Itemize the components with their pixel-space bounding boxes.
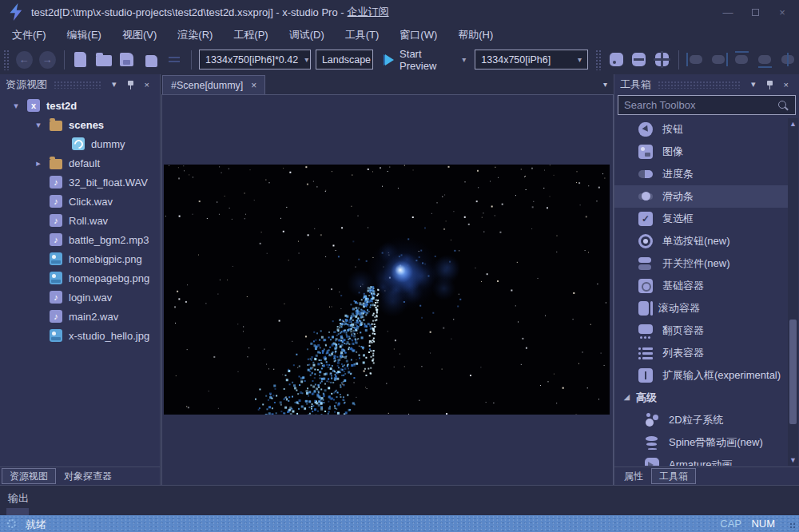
tree-item[interactable]: homebigpic.png bbox=[0, 249, 160, 268]
tree-item[interactable]: 32_bit_float.WAV bbox=[0, 173, 160, 192]
align-center-button[interactable] bbox=[777, 50, 797, 69]
navigate-forward-button[interactable]: → bbox=[39, 51, 56, 69]
toolbox-item[interactable]: ◢ 单选按钮(new) bbox=[614, 230, 788, 252]
toolbox-item[interactable]: ◢ 进度条 bbox=[614, 163, 788, 185]
output-source-tab[interactable] bbox=[6, 508, 29, 515]
menu-item[interactable]: 调试(D) bbox=[279, 24, 335, 45]
save-all-button[interactable] bbox=[141, 50, 159, 70]
align-bottom-button[interactable] bbox=[755, 50, 775, 69]
menu-item[interactable]: 帮助(H) bbox=[447, 24, 503, 45]
panel-tab[interactable]: 工具箱 bbox=[651, 468, 696, 484]
file-type-icon bbox=[50, 329, 62, 342]
toolbox-item[interactable]: ◢ 2D粒子系统 bbox=[614, 409, 788, 431]
tree-item[interactable]: default bbox=[0, 153, 160, 173]
scroll-down-icon[interactable]: ▼ bbox=[788, 455, 798, 466]
expander-icon[interactable] bbox=[5, 101, 27, 111]
toolbox-item-label: 单选按钮(new) bbox=[662, 234, 730, 248]
menu-item[interactable]: 渲染(R) bbox=[167, 24, 223, 45]
search-input[interactable] bbox=[618, 99, 777, 111]
panel-close-icon[interactable]: × bbox=[779, 80, 793, 89]
tree-item[interactable]: test2d bbox=[0, 96, 160, 115]
menu-item[interactable]: 编辑(E) bbox=[57, 24, 112, 45]
panel-drag-texture[interactable] bbox=[54, 81, 101, 89]
close-button[interactable]: × bbox=[769, 0, 796, 24]
design-resolution-select[interactable]: 1334x750[iPh6]*0.42 ▾ bbox=[199, 50, 311, 69]
toolbar-grip[interactable] bbox=[595, 50, 602, 70]
minimize-button[interactable]: — bbox=[714, 0, 741, 24]
tree-item[interactable]: homepagebg.png bbox=[0, 268, 160, 288]
align-center-icon bbox=[781, 55, 794, 64]
resize-grip[interactable] bbox=[789, 522, 797, 530]
toolbox-panel: 工具箱 ▾ × ◢ 按钮 ◢ 图像 bbox=[614, 74, 799, 485]
toolbox-item-label: 图像 bbox=[662, 145, 683, 159]
scene-canvas[interactable] bbox=[164, 165, 610, 415]
menu-item[interactable]: 工程(P) bbox=[223, 24, 278, 45]
maximize-button[interactable] bbox=[741, 0, 769, 24]
toolbox-item[interactable]: ◢ 图像 bbox=[614, 141, 788, 163]
toolbox-item[interactable]: ◢ 高级 bbox=[614, 387, 788, 409]
panel-drag-texture[interactable] bbox=[658, 81, 740, 89]
crosshair-tool-button[interactable] bbox=[653, 50, 671, 69]
toolbox-item[interactable]: ◢ Spine骨骼动画(new) bbox=[614, 431, 788, 454]
subscription-link[interactable]: 企业订阅 bbox=[348, 5, 389, 19]
tree-item[interactable]: dummy bbox=[0, 134, 160, 153]
file-type-icon bbox=[50, 310, 62, 323]
menu-item[interactable]: 窗口(W) bbox=[389, 24, 447, 45]
panel-menu-caret-icon[interactable]: ▾ bbox=[107, 79, 121, 89]
widget-icon bbox=[638, 212, 653, 226]
preview-resolution-select[interactable]: 1334x750[iPh6] ▾ bbox=[475, 50, 588, 69]
toolbox-item[interactable]: ◢ 扩展输入框(experimental) bbox=[614, 364, 788, 387]
tree-item-label: battle_bgm2.mp3 bbox=[69, 234, 149, 246]
new-file-button[interactable] bbox=[71, 50, 89, 70]
orientation-select[interactable]: Landscape ▾ bbox=[316, 50, 373, 69]
start-preview-button[interactable]: Start Preview ▾ bbox=[376, 48, 472, 72]
panel-tab[interactable]: 属性 bbox=[616, 468, 651, 484]
position-tool-button[interactable] bbox=[630, 50, 649, 69]
navigate-back-button[interactable]: ← bbox=[16, 51, 33, 69]
tab-close-icon[interactable]: × bbox=[251, 80, 256, 91]
sync-button[interactable] bbox=[168, 54, 180, 66]
tree-item[interactable]: Roll.wav bbox=[0, 211, 160, 230]
tree-item[interactable]: main2.wav bbox=[0, 307, 160, 326]
panel-tab[interactable]: 对象探查器 bbox=[56, 468, 120, 484]
menu-item[interactable]: 工具(T) bbox=[335, 24, 390, 45]
pin-icon[interactable] bbox=[127, 80, 134, 89]
scene-document-tab[interactable]: #Scene[dummy] × bbox=[162, 75, 265, 94]
align-right-button[interactable] bbox=[709, 50, 729, 69]
menu-item[interactable]: 视图(V) bbox=[112, 24, 167, 45]
toolbox-item[interactable]: ◢ 滑动条 bbox=[614, 185, 788, 208]
toolbar-grip[interactable] bbox=[3, 50, 10, 70]
align-top-button[interactable] bbox=[732, 50, 752, 69]
menu-item[interactable]: 文件(F) bbox=[2, 24, 57, 45]
anchor-tool-button[interactable] bbox=[607, 50, 626, 69]
open-project-button[interactable] bbox=[94, 50, 113, 70]
toolbox-item[interactable]: ◢ 翻页容器 bbox=[614, 320, 788, 342]
expander-icon[interactable] bbox=[27, 158, 50, 169]
scrollbar-thumb[interactable] bbox=[789, 320, 797, 424]
tree-item[interactable]: Click.wav bbox=[0, 192, 160, 211]
scroll-up-icon[interactable]: ▲ bbox=[788, 118, 798, 129]
expander-icon[interactable] bbox=[27, 120, 50, 130]
toolbox-item[interactable]: ◢ 按钮 bbox=[614, 118, 788, 141]
tree-item[interactable]: battle_bgm2.mp3 bbox=[0, 230, 160, 249]
panel-menu-caret-icon[interactable]: ▾ bbox=[746, 79, 761, 89]
widget-icon bbox=[638, 324, 653, 334]
panel-close-icon[interactable]: × bbox=[140, 80, 154, 89]
align-top-icon bbox=[735, 55, 748, 64]
toolbox-item[interactable]: ◢ Armature动画 bbox=[614, 454, 788, 466]
toolbox-item[interactable]: ◢ 基础容器 bbox=[614, 275, 788, 297]
tree-item[interactable]: login.wav bbox=[0, 288, 160, 307]
toolbox-item[interactable]: ◢ 开关控件(new) bbox=[614, 252, 788, 275]
toolbox-item[interactable]: ◢ 复选框 bbox=[614, 208, 788, 230]
panel-tab[interactable]: 资源视图 bbox=[2, 468, 56, 484]
toolbox-item[interactable]: ◢ 滚动容器 bbox=[614, 297, 788, 320]
tree-item[interactable]: scenes bbox=[0, 115, 160, 134]
align-left-button[interactable] bbox=[686, 50, 706, 69]
pin-icon[interactable] bbox=[766, 80, 773, 89]
toolbox-item[interactable]: ◢ 列表容器 bbox=[614, 342, 788, 364]
toolbox-item-label: 进度条 bbox=[662, 167, 694, 181]
group-expander-icon[interactable]: ◢ bbox=[624, 393, 630, 401]
tab-list-caret-icon[interactable]: ▾ bbox=[603, 80, 607, 89]
save-button[interactable] bbox=[117, 50, 136, 70]
tree-item[interactable]: x-studio_hello.jpg bbox=[0, 326, 160, 345]
